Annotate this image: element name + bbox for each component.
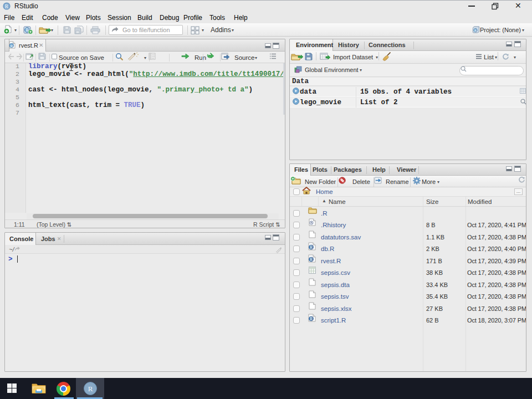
svg-text:R: R — [474, 28, 477, 32]
svg-text:R: R — [88, 385, 93, 393]
svg-text:R: R — [310, 257, 313, 262]
svg-text:R: R — [5, 4, 9, 9]
svg-text:R: R — [310, 316, 313, 321]
svg-text:R: R — [310, 245, 313, 250]
svg-text:R: R — [10, 44, 13, 48]
